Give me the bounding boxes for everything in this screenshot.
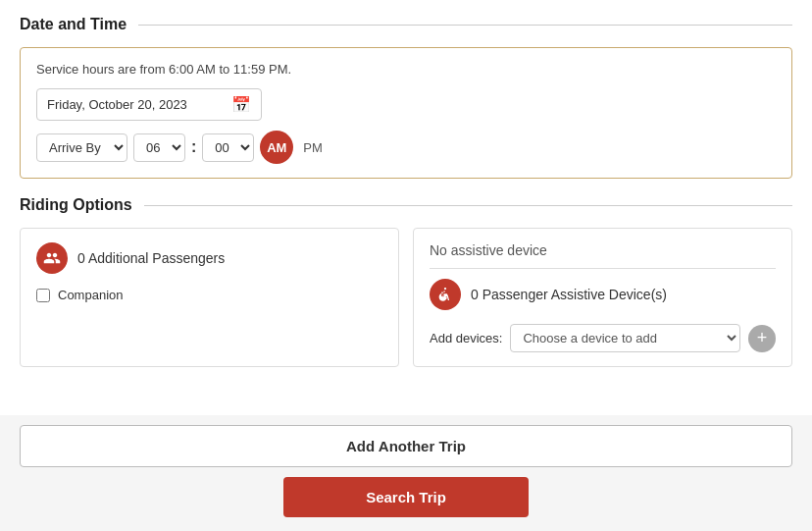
riding-options-title: Riding Options	[20, 196, 132, 214]
add-device-button[interactable]: +	[748, 325, 776, 352]
date-input[interactable]: Friday, October 20, 2023 📅	[36, 88, 262, 121]
no-device-text: No assistive device	[430, 242, 776, 269]
bottom-section: Add Another Trip Search Trip	[0, 415, 812, 531]
date-time-box: Service hours are from 6:00 AM to 11:59 …	[20, 47, 792, 179]
riding-options-section-header: Riding Options	[20, 196, 792, 214]
time-colon: :	[191, 138, 196, 156]
device-select[interactable]: Choose a device to add Wheelchair Scoote…	[510, 324, 740, 352]
device-passengers-label: 0 Passenger Assistive Device(s)	[471, 287, 667, 302]
assistive-icon	[430, 279, 461, 310]
passengers-card: 0 Additional Passengers Companion	[20, 228, 399, 367]
passengers-icon	[36, 242, 68, 274]
device-count: 0	[471, 287, 479, 302]
date-time-section-header: Date and Time	[20, 16, 792, 33]
add-another-trip-button[interactable]: Add Another Trip	[20, 425, 792, 467]
date-row: Friday, October 20, 2023 📅	[36, 88, 776, 121]
additional-passengers-label: 0 Additional Passengers	[77, 250, 225, 266]
riding-options-grid: 0 Additional Passengers Companion No ass…	[20, 228, 792, 367]
device-passengers-row: 0 Passenger Assistive Device(s)	[430, 279, 776, 310]
passengers-count: 0	[77, 250, 85, 266]
riding-options-divider	[144, 205, 792, 206]
assistive-device-card: No assistive device 0 Passenger Assistiv…	[413, 228, 792, 367]
time-row: Arrive By Depart At 06 07 08 09 10 11 12…	[36, 131, 776, 164]
calendar-icon[interactable]: 📅	[231, 95, 251, 114]
minute-select[interactable]: 00 15 30 45	[202, 133, 254, 162]
arrive-by-select[interactable]: Arrive By Depart At	[36, 133, 127, 162]
add-devices-row: Add devices: Choose a device to add Whee…	[430, 324, 776, 352]
device-passengers-text-label: Passenger Assistive Device(s)	[482, 287, 667, 302]
date-time-title: Date and Time	[20, 16, 127, 33]
pm-button[interactable]: PM	[297, 136, 329, 159]
companion-label: Companion	[58, 288, 124, 302]
am-button[interactable]: AM	[260, 131, 293, 164]
date-time-divider	[138, 25, 792, 26]
search-trip-button[interactable]: Search Trip	[283, 477, 529, 517]
wheelchair-icon	[436, 286, 454, 303]
date-value: Friday, October 20, 2023	[47, 97, 187, 112]
companion-checkbox[interactable]	[36, 289, 50, 302]
passengers-row: 0 Additional Passengers	[36, 242, 382, 274]
additional-passengers-text: Additional Passengers	[88, 250, 225, 266]
people-icon	[43, 249, 61, 267]
hour-select[interactable]: 06 07 08 09 10 11 12	[133, 133, 185, 162]
add-devices-label: Add devices:	[430, 331, 502, 345]
companion-row: Companion	[36, 288, 382, 302]
am-pm-group: AM PM	[260, 131, 329, 164]
service-hours-text: Service hours are from 6:00 AM to 11:59 …	[36, 62, 776, 77]
